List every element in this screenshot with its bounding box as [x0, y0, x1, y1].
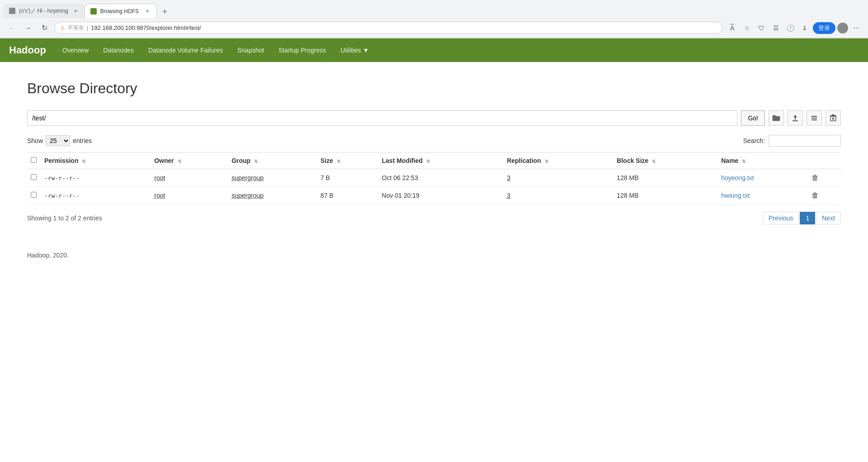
page-1-btn[interactable]: 1 [800, 212, 815, 224]
svg-rect-3 [811, 119, 817, 120]
new-tab-btn[interactable]: + [159, 5, 171, 18]
nav-utilities-label: Utilities [340, 47, 361, 54]
translate-btn[interactable]: A̅ [726, 22, 739, 34]
search-label: Search: [743, 137, 765, 144]
refresh-btn[interactable]: ↻ [38, 22, 51, 34]
tab-close-btn[interactable]: ✕ [72, 7, 79, 14]
row-checkbox-cell [27, 169, 41, 187]
svg-rect-0 [793, 120, 798, 121]
th-replication[interactable]: Replication ⇅ [503, 152, 613, 169]
svg-rect-2 [811, 118, 817, 119]
row-replication: 3 [503, 169, 613, 187]
nav-datanode-volume-failures[interactable]: Datanode Volume Failures [141, 38, 230, 62]
show-entries: Show 25 10 50 100 entries [27, 135, 92, 146]
th-group[interactable]: Group ⇅ [228, 152, 317, 169]
delete-icon-0[interactable]: 🗑 [811, 174, 819, 181]
sort-permission-icon: ⇅ [82, 159, 85, 164]
row-size: 87 B [317, 187, 378, 205]
tab-inactive[interactable]: (o'v')ノ Hi - hoyeong ✕ [4, 4, 85, 18]
page-title: Browse Directory [27, 80, 841, 97]
back-btn[interactable]: ← [5, 22, 18, 34]
collection-btn[interactable]: ☰ [769, 22, 782, 34]
row-size: 7 B [317, 169, 378, 187]
sort-owner-icon: ⇅ [178, 159, 181, 164]
row-name: hoyeong.txt [717, 169, 808, 187]
previous-btn[interactable]: Previous [763, 212, 799, 224]
showing-text: Showing 1 to 2 of 2 entries [27, 214, 102, 222]
nav-startup-progress[interactable]: Startup Progress [271, 38, 333, 62]
sort-group-icon: ⇅ [254, 159, 258, 164]
nav-utilities[interactable]: Utilities ▼ [333, 38, 376, 62]
row-permission: -rw-r--r-- [41, 169, 151, 187]
file-link-0[interactable]: hoyeong.txt [721, 174, 754, 181]
table-row: -rw-r--r-- root supergroup 87 B Nov 01 2… [27, 187, 841, 205]
folder-icon-btn[interactable] [769, 110, 784, 126]
table-row: -rw-r--r-- root supergroup 7 B Oct 06 22… [27, 169, 841, 187]
main-content: Browse Directory Go! [0, 62, 868, 277]
select-all-th [27, 152, 41, 169]
sort-block-size-icon: ⇅ [652, 159, 656, 164]
svg-rect-4 [830, 116, 836, 121]
list-icon-btn[interactable] [807, 110, 822, 126]
forward-btn[interactable]: → [22, 22, 34, 34]
tab-active[interactable]: Browsing HDFS ✕ [85, 4, 157, 18]
page-footer: Hadoop, 2020. [27, 252, 841, 259]
row-group: supergroup [228, 187, 317, 205]
browser-nav-bar: ← → ↻ ⚠ 不安全 | 192.168.200.100:9870/explo… [0, 18, 868, 38]
row-last-modified: Oct 06 22:53 [378, 169, 504, 187]
tab-label-active: Browsing HDFS [100, 8, 139, 14]
path-input[interactable] [27, 110, 737, 126]
search-input[interactable] [769, 135, 841, 147]
row-checkbox-1[interactable] [31, 192, 37, 198]
sort-name-icon: ⇅ [742, 159, 745, 164]
th-last-modified[interactable]: Last Modified ⇅ [378, 152, 504, 169]
table-footer: Showing 1 to 2 of 2 entries Previous 1 N… [27, 212, 841, 224]
row-checkbox-0[interactable] [31, 174, 37, 180]
tab-label: (o'v')ノ Hi - hoyeong [19, 7, 68, 15]
address-bar[interactable]: ⚠ 不安全 | 192.168.200.100:9870/explorer.ht… [54, 22, 722, 34]
th-permission[interactable]: Permission ⇅ [41, 152, 151, 169]
row-delete-cell: 🗑 [808, 169, 841, 187]
tab-favicon-active [90, 8, 97, 14]
th-block-size[interactable]: Block Size ⇅ [613, 152, 717, 169]
row-block-size: 128 MB [613, 169, 717, 187]
svg-rect-7 [830, 115, 836, 116]
row-block-size: 128 MB [613, 187, 717, 205]
nav-datanodes[interactable]: Datanodes [96, 38, 141, 62]
file-link-1[interactable]: hwiung.txt [721, 192, 750, 199]
nav-snapshot[interactable]: Snapshot [230, 38, 271, 62]
svg-rect-5 [832, 117, 833, 120]
delete-icon-1[interactable]: 🗑 [811, 191, 819, 199]
path-bar: Go! [27, 110, 841, 126]
footer-text: Hadoop, 2020. [27, 252, 69, 259]
tab-favicon [9, 8, 15, 14]
more-btn[interactable]: ⋯ [850, 22, 863, 34]
svg-rect-8 [832, 114, 835, 115]
th-owner[interactable]: Owner ⇅ [151, 152, 228, 169]
signin-btn[interactable]: 登录 [813, 22, 835, 34]
user-avatar[interactable] [837, 23, 848, 33]
directory-table: Permission ⇅ Owner ⇅ Group ⇅ Size ⇅ Last… [27, 152, 841, 205]
history-btn[interactable]: 🕐 [784, 22, 797, 34]
next-btn[interactable]: Next [816, 212, 841, 224]
download-btn[interactable]: ⇓ [798, 22, 811, 34]
tab-close-active-btn[interactable]: ✕ [144, 8, 151, 15]
show-label: Show [27, 137, 43, 144]
upload-icon-btn[interactable] [788, 110, 803, 126]
entries-select[interactable]: 25 10 50 100 [46, 135, 70, 146]
th-name[interactable]: Name ⇅ [717, 152, 808, 169]
nav-overview[interactable]: Overview [55, 38, 96, 62]
hadoop-brand: Hadoop [9, 44, 46, 56]
go-button[interactable]: Go! [741, 110, 765, 126]
trash-icon-btn[interactable] [826, 110, 841, 126]
bookmark-btn[interactable]: ☆ [741, 22, 753, 34]
svg-rect-6 [834, 117, 835, 120]
sort-replication-icon: ⇅ [545, 159, 548, 164]
th-actions [808, 152, 841, 169]
row-last-modified: Nov 01 20:19 [378, 187, 504, 205]
nav-actions: A̅ ☆ 🛡 ☰ 🕐 ⇓ 登录 ⋯ [726, 22, 863, 34]
row-group: supergroup [228, 169, 317, 187]
select-all-checkbox[interactable] [31, 157, 37, 163]
shield-btn[interactable]: 🛡 [755, 22, 768, 34]
th-size[interactable]: Size ⇅ [317, 152, 378, 169]
